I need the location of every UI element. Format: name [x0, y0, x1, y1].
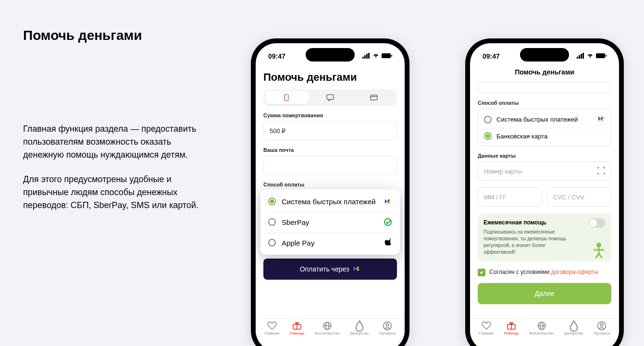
notch — [306, 48, 355, 62]
tab-label: Профиль — [379, 331, 396, 335]
svg-rect-18 — [577, 57, 578, 59]
checkbox-icon[interactable] — [478, 269, 485, 276]
payment-method-card: Система быстрых платежей Банковская карт… — [478, 109, 611, 146]
payment-type-tabs — [263, 89, 397, 106]
user-icon — [597, 321, 607, 330]
next-button[interactable]: Далее — [478, 283, 611, 304]
svg-rect-7 — [327, 95, 334, 99]
option-sberpay[interactable]: SberPay — [268, 212, 392, 233]
page-description: Главная функция раздела — предоставить п… — [23, 123, 206, 223]
sbp-icon — [597, 115, 605, 124]
consent-text: Согласен с условиями договора-оферты — [489, 268, 598, 276]
wifi-icon — [372, 52, 380, 60]
radio-icon — [268, 218, 276, 226]
drop-icon — [355, 321, 364, 330]
signal-icon — [362, 52, 370, 60]
card-details-row: ММ / ГГ CVC / CVV — [478, 187, 611, 207]
tab-mobile[interactable] — [265, 91, 309, 104]
option-applepay[interactable]: Apple Pay — [268, 233, 392, 253]
svg-rect-21 — [582, 53, 584, 59]
option-label: SberPay — [282, 218, 378, 226]
radio-icon — [484, 132, 492, 140]
option-label: Apple Pay — [282, 239, 378, 247]
phone-screen-1: 09:47 Помочь деньгами Сумма пожертвовани… — [256, 43, 405, 346]
desc-para-2: Для этого предусмотрены удобные и привыч… — [23, 173, 206, 212]
tab-bar: Главная Помощь Волонтерство Донорство Пр… — [470, 318, 619, 346]
method-label: Способ оплаты — [263, 182, 397, 187]
partial-input[interactable] — [478, 82, 611, 93]
phone-mockup-2: 09:47 Помочь деньгами Способ оплаты Сист… — [465, 38, 624, 346]
svg-rect-3 — [368, 53, 370, 59]
card-number-placeholder: Номер карты — [484, 168, 522, 175]
tab-label: Волонтерство — [529, 331, 554, 335]
method-label: Система быстрых платежей — [496, 116, 593, 123]
tab-profile[interactable]: Профиль — [379, 321, 396, 346]
svg-rect-1 — [364, 55, 366, 59]
sber-icon — [384, 218, 392, 226]
radio-icon — [484, 116, 492, 124]
tab-profile[interactable]: Профиль — [594, 321, 610, 346]
tab-bar: Главная Помощь Волонтерство Донорство Пр… — [256, 318, 405, 346]
monthly-help-box: Ежемесячная помощь Подписываясь на ежеме… — [478, 213, 611, 261]
amount-input[interactable]: 500 ₽ — [263, 121, 397, 140]
svg-point-31 — [600, 323, 603, 326]
status-time: 09:47 — [268, 52, 285, 60]
phone-mockup-1: 09:47 Помочь деньгами Сумма пожертвовани… — [251, 38, 409, 346]
scan-icon[interactable] — [597, 167, 605, 176]
svg-rect-6 — [285, 95, 288, 100]
monthly-title: Ежемесячная помощь — [483, 219, 606, 226]
tab-home[interactable]: Главная — [265, 321, 279, 346]
user-icon — [383, 321, 392, 330]
tab-card[interactable] — [352, 91, 396, 104]
radio-icon — [268, 239, 276, 247]
pay-button[interactable]: Оплатить через — [263, 259, 397, 280]
tab-label: Помощь — [289, 331, 304, 335]
tab-donor[interactable]: Донорство — [350, 321, 369, 346]
svg-rect-19 — [579, 55, 580, 59]
globe-icon — [322, 321, 332, 330]
card-number-input[interactable]: Номер карты — [478, 161, 611, 181]
status-icons — [577, 52, 607, 60]
svg-rect-5 — [391, 55, 392, 57]
battery-icon — [382, 52, 392, 60]
cvc-input[interactable]: CVC / CVV — [547, 187, 611, 207]
tab-label: Главная — [265, 331, 279, 335]
notch — [520, 48, 569, 62]
desc-para-1: Главная функция раздела — предоставить п… — [23, 123, 206, 161]
method-card[interactable]: Банковская карта — [484, 128, 605, 144]
email-input[interactable] — [263, 156, 397, 175]
method-sbp[interactable]: Система быстрых платежей — [484, 111, 605, 128]
monthly-toggle[interactable] — [588, 218, 606, 228]
option-label: Система быстрых платежей — [282, 198, 378, 206]
svg-rect-4 — [382, 53, 391, 58]
tab-donor[interactable]: Донорство — [564, 321, 583, 346]
screen-content-2: Способ оплаты Система быстрых платежей Б… — [470, 82, 619, 318]
svg-point-24 — [596, 243, 601, 247]
tab-volunteer[interactable]: Волонтерство — [315, 321, 340, 346]
svg-point-10 — [384, 219, 391, 225]
monthly-text: Подписываясь на ежемесячные пожертвовани… — [483, 229, 575, 256]
person-icon — [590, 241, 607, 259]
svg-rect-2 — [366, 54, 368, 59]
tab-help[interactable]: Помощь — [289, 321, 304, 346]
tab-label: Донорство — [350, 331, 369, 335]
tab-help[interactable]: Помощь — [504, 321, 519, 346]
tab-label: Донорство — [564, 331, 583, 335]
drop-icon — [569, 321, 579, 330]
option-sbp[interactable]: Система быстрых платежей — [268, 191, 392, 212]
pay-button-label: Оплатить через — [300, 265, 349, 273]
screen-title: Помочь деньгами — [263, 71, 397, 84]
tab-home[interactable]: Главная — [479, 321, 494, 346]
expiry-input[interactable]: ММ / ГГ — [478, 187, 542, 207]
consent-row[interactable]: Согласен с условиями договора-оферты — [478, 268, 611, 276]
consent-link[interactable]: договора-оферты — [551, 269, 598, 275]
method-label: Способ оплаты — [478, 100, 611, 106]
tab-label: Профиль — [594, 331, 610, 335]
method-label: Банковская карта — [496, 133, 605, 140]
tab-label: Помощь — [504, 331, 519, 335]
tab-volunteer[interactable]: Волонтерство — [529, 321, 554, 346]
payment-method-dropdown: Система быстрых платежей SberPay Apple P… — [260, 189, 400, 255]
wifi-icon — [586, 52, 594, 60]
tab-sms[interactable] — [309, 91, 352, 104]
globe-icon — [537, 321, 546, 330]
